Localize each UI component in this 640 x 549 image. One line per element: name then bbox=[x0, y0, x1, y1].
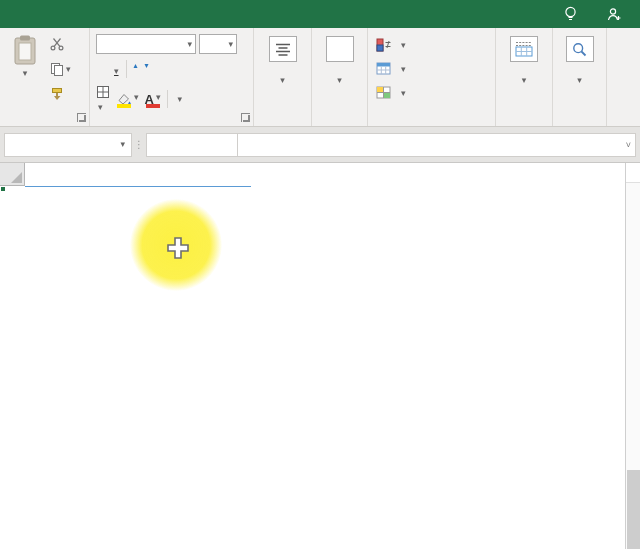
borders-button[interactable] bbox=[96, 85, 110, 113]
worksheet bbox=[0, 163, 625, 549]
lightbulb-icon bbox=[564, 6, 577, 22]
font-color-button[interactable]: A bbox=[145, 92, 161, 107]
font-size-combo[interactable]: ▾ bbox=[199, 34, 237, 54]
paste-dropdown-icon[interactable]: ▾ bbox=[23, 69, 28, 78]
divider bbox=[126, 60, 127, 78]
cell-styles-button[interactable] bbox=[376, 86, 406, 99]
cells-dropdown-icon[interactable]: ▾ bbox=[522, 76, 527, 85]
clipboard-dialog-launcher[interactable] bbox=[77, 113, 86, 122]
font-size-dropdown-icon[interactable]: ▾ bbox=[228, 40, 233, 49]
ribbon: ▾ ▾ bbox=[0, 28, 640, 127]
paste-button[interactable]: ▾ bbox=[5, 34, 45, 106]
scroll-up-icon[interactable] bbox=[626, 163, 640, 183]
scissors-icon bbox=[50, 37, 64, 51]
clipboard-group: ▾ bbox=[0, 28, 90, 126]
format-painter-icon bbox=[50, 87, 64, 101]
formula-input[interactable]: ˅ bbox=[238, 133, 636, 157]
conditional-format-icon bbox=[376, 38, 391, 52]
font-color-a-icon: A bbox=[145, 92, 154, 107]
phonetic-guide-button[interactable] bbox=[175, 95, 182, 104]
tell-me-button[interactable] bbox=[552, 6, 595, 22]
increase-font-button[interactable]: ▴ bbox=[134, 61, 138, 77]
column-headers bbox=[0, 163, 625, 186]
format-as-table-button[interactable] bbox=[376, 62, 406, 75]
font-dialog-launcher[interactable] bbox=[241, 113, 250, 122]
underline-button[interactable] bbox=[112, 61, 119, 77]
clipboard-icon bbox=[11, 34, 39, 66]
fill-handle[interactable] bbox=[0, 186, 6, 192]
excel-window: ▾ ▾ bbox=[0, 0, 640, 549]
alignment-group[interactable]: ▾ bbox=[254, 28, 312, 126]
expand-formula-bar-icon[interactable]: ˅ bbox=[626, 140, 631, 150]
divider bbox=[167, 90, 168, 108]
number-group[interactable]: ▾ bbox=[312, 28, 368, 126]
ribbon-tab-bar bbox=[0, 0, 640, 28]
ribbon-tail bbox=[607, 28, 640, 126]
copy-button[interactable] bbox=[50, 61, 71, 77]
name-box-dropdown-icon[interactable]: ▾ bbox=[120, 140, 125, 149]
magnifier-icon bbox=[566, 36, 594, 62]
clipboard-small-buttons bbox=[50, 36, 71, 102]
selected-cell-outline bbox=[0, 186, 4, 190]
paint-bucket-icon bbox=[116, 92, 132, 107]
number-dropdown-icon[interactable]: ▾ bbox=[337, 76, 342, 85]
borders-icon bbox=[96, 85, 110, 99]
copy-icon bbox=[50, 62, 64, 76]
formula-bar-splitter[interactable]: ⋮ bbox=[132, 139, 146, 150]
data-table bbox=[25, 186, 251, 187]
scrollbar-thumb[interactable] bbox=[627, 470, 640, 549]
cut-button[interactable] bbox=[50, 36, 71, 52]
alignment-icon bbox=[269, 36, 297, 62]
select-all-corner[interactable] bbox=[0, 163, 25, 186]
font-name-dropdown-icon[interactable]: ▾ bbox=[187, 40, 192, 49]
cell-style-icon bbox=[376, 86, 391, 99]
font-name-combo[interactable]: ▾ bbox=[96, 34, 196, 54]
vertical-scrollbar[interactable] bbox=[625, 163, 640, 549]
format-painter-button[interactable] bbox=[50, 86, 71, 102]
cells-icon bbox=[510, 36, 538, 62]
table-style-icon bbox=[376, 62, 391, 75]
decrease-font-button[interactable]: ▾ bbox=[145, 61, 149, 77]
highlight-circle bbox=[130, 199, 222, 291]
conditional-formatting-button[interactable] bbox=[376, 38, 406, 52]
formula-buttons bbox=[146, 133, 238, 157]
percent-icon bbox=[326, 36, 354, 62]
styles-group bbox=[368, 28, 496, 126]
share-button[interactable] bbox=[595, 7, 640, 22]
name-box[interactable]: ▾ bbox=[4, 133, 132, 157]
alignment-dropdown-icon[interactable]: ▾ bbox=[280, 76, 285, 85]
tab-bar-right bbox=[552, 0, 640, 28]
editing-group[interactable]: ▾ bbox=[553, 28, 607, 126]
editing-dropdown-icon[interactable]: ▾ bbox=[577, 76, 582, 85]
fill-color-button[interactable] bbox=[116, 92, 139, 107]
cell-cursor-icon bbox=[165, 235, 191, 261]
share-person-icon bbox=[607, 7, 622, 22]
font-group: ▾ ▾ ▴ ▾ bbox=[90, 28, 254, 126]
formula-bar: ▾ ⋮ ˅ bbox=[0, 127, 640, 163]
cells-group[interactable]: ▾ bbox=[496, 28, 553, 126]
